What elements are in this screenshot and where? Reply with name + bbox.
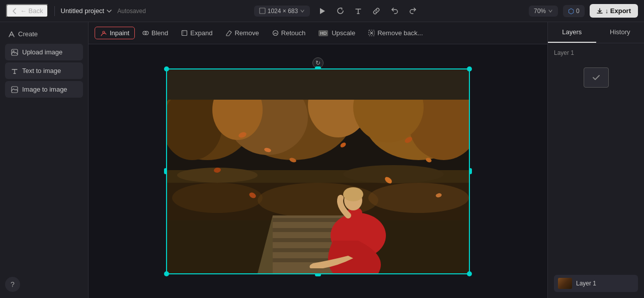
canvas-photo-svg: [167, 69, 469, 273]
expand-tool-button[interactable]: Expand: [176, 27, 218, 39]
export-button[interactable]: ↓ Export: [590, 4, 638, 18]
play-icon: [318, 7, 326, 15]
zoom-control[interactable]: 70%: [529, 6, 558, 17]
handle-middle-right[interactable]: [469, 168, 472, 174]
credits-control[interactable]: ⬡ 0: [563, 5, 585, 17]
remove-label: Remove: [234, 29, 259, 37]
dimensions-value: 1024 × 683: [268, 8, 298, 15]
text-button[interactable]: [350, 3, 366, 19]
remove-back-icon: [368, 30, 375, 36]
handle-top-left[interactable]: [164, 66, 169, 71]
image-to-image-button[interactable]: Image to image: [5, 81, 83, 98]
left-sidebar: Create Upload image Text to image Image …: [0, 22, 89, 298]
export-icon: [597, 8, 603, 14]
blend-icon: [142, 30, 149, 36]
chevron-down-icon: [106, 8, 112, 14]
panel-tabs: Layers History: [548, 22, 644, 43]
text-to-image-button[interactable]: Text to image: [5, 62, 83, 79]
back-icon: [11, 8, 18, 15]
upscale-tool-button[interactable]: HD Upscale: [313, 27, 361, 39]
redo-button[interactable]: [405, 3, 421, 19]
upload-image-button[interactable]: Upload image: [5, 44, 83, 60]
blend-label: Blend: [151, 29, 168, 37]
expand-label: Expand: [190, 29, 212, 37]
text-icon: [11, 67, 18, 74]
upload-image-label: Upload image: [22, 48, 62, 56]
link-button[interactable]: [368, 3, 384, 19]
topbar-action-buttons: [314, 3, 421, 19]
retouch-tool-button[interactable]: Retouch: [267, 27, 311, 39]
layer-list-item[interactable]: Layer 1: [554, 275, 638, 292]
handle-bottom-left[interactable]: [164, 271, 169, 276]
blend-tool-button[interactable]: Blend: [137, 27, 174, 39]
back-button[interactable]: ← Back: [6, 4, 48, 18]
hd-badge: HD: [318, 30, 328, 36]
inpaint-label: Inpaint: [110, 29, 129, 37]
chevron-down-icon: [300, 9, 305, 14]
svg-point-5: [103, 31, 105, 33]
retouch-label: Retouch: [281, 29, 305, 37]
main-layout: Create Upload image Text to image Image …: [0, 22, 644, 298]
undo-icon: [391, 7, 398, 15]
checkmark-icon: [591, 72, 601, 83]
remove-back-tool-button[interactable]: Remove back...: [363, 27, 428, 39]
layer-list-label: Layer 1: [576, 280, 596, 287]
image-to-image-label: Image to image: [22, 86, 67, 93]
svg-rect-0: [260, 8, 265, 14]
sidebar-create-title: Create: [5, 28, 83, 42]
handle-middle-left[interactable]: [164, 168, 167, 174]
retouch-icon: [272, 30, 279, 36]
canvas-image[interactable]: ↻: [167, 69, 469, 273]
svg-point-29: [343, 165, 444, 183]
handle-top-right[interactable]: [467, 66, 472, 71]
text-to-image-label: Text to image: [22, 67, 61, 74]
topbar: ← Back Untitled project Autosaved 1024 ×…: [0, 0, 644, 22]
rotate-button[interactable]: [332, 3, 348, 19]
create-label: Create: [18, 30, 38, 38]
image-transfer-icon: [11, 86, 18, 93]
sidebar-bottom: ?: [5, 277, 83, 292]
layer-list-thumbnail: [558, 278, 572, 289]
credits-value: 0: [576, 8, 580, 15]
topbar-right: 70% ⬡ 0 ↓ Export: [529, 4, 638, 18]
create-icon: [8, 31, 15, 38]
project-name[interactable]: Untitled project: [61, 7, 105, 15]
svg-rect-8: [182, 31, 187, 36]
tab-history[interactable]: History: [596, 22, 645, 43]
svg-point-26: [368, 183, 469, 213]
export-label: ↓ Export: [605, 7, 631, 15]
inpaint-tool-button[interactable]: Inpaint: [95, 27, 135, 39]
svg-point-40: [343, 187, 363, 201]
dimensions-control[interactable]: 1024 × 683: [254, 6, 310, 17]
canvas-area: Inpaint Blend Expand Remo: [89, 22, 547, 298]
svg-marker-1: [320, 8, 325, 14]
canvas-viewport[interactable]: ↻: [89, 44, 547, 298]
handle-top-middle[interactable]: [315, 66, 321, 69]
layer-list-thumb-inner: [558, 278, 572, 289]
handle-bottom-middle[interactable]: [315, 273, 321, 276]
svg-point-24: [172, 183, 263, 213]
help-button[interactable]: ?: [5, 277, 20, 292]
handle-bottom-right[interactable]: [467, 271, 472, 276]
layer-section-title: Layer 1: [554, 49, 638, 56]
topbar-center: 1024 × 683: [254, 3, 421, 19]
chevron-down-icon: [548, 9, 553, 14]
svg-rect-21: [167, 69, 469, 100]
back-label: ← Back: [20, 7, 43, 15]
play-button[interactable]: [314, 3, 330, 19]
inpaint-icon: [100, 30, 107, 37]
project-name-area: Untitled project Autosaved: [61, 7, 146, 15]
upload-icon: [11, 49, 18, 56]
upscale-label: Upscale: [332, 29, 355, 37]
dimensions-icon: [259, 8, 266, 14]
redo-icon: [409, 7, 417, 15]
remove-tool-button[interactable]: Remove: [220, 27, 264, 39]
divider: [54, 6, 55, 16]
layer-thumb-check[interactable]: [584, 67, 609, 88]
tab-layers[interactable]: Layers: [548, 22, 596, 43]
rotate-icon: [337, 7, 344, 15]
undo-button[interactable]: [386, 3, 403, 19]
link-icon: [373, 8, 380, 15]
eraser-icon: [225, 30, 232, 36]
panel-body: Layer 1 Layer 1: [548, 43, 644, 298]
